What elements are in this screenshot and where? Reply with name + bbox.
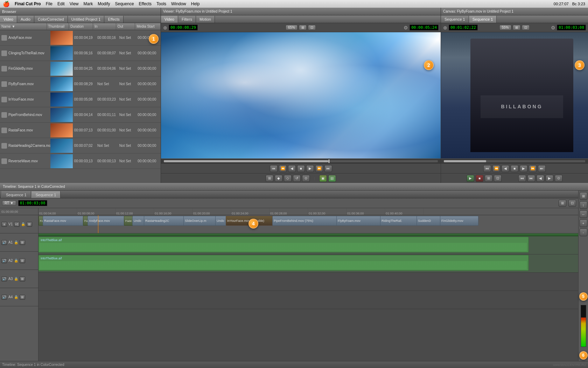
canvas-scrubber[interactable] — [441, 158, 588, 163]
btn-loop[interactable]: ↺ — [293, 175, 301, 182]
canvas-btn-edit[interactable]: ⊞ — [485, 175, 492, 182]
btn-step-fwd[interactable]: ⏩ — [315, 165, 323, 172]
track-a1-auto[interactable]: ⊞ — [20, 240, 25, 245]
canvas-btn-match[interactable]: ⊙ — [555, 175, 562, 182]
rt-button[interactable]: RT ▼ — [2, 200, 16, 206]
file-row[interactable]: InYourFace.mov 00:00:05;08 00:00:03;23 N… — [0, 92, 161, 107]
btn-play-rev[interactable]: ◀ — [288, 165, 296, 172]
timeline-tab-seq1b[interactable]: Sequence 1 — [31, 191, 61, 198]
canvas-settings-icon[interactable]: ⚙ — [551, 25, 555, 30]
canvas-btn-next-edit[interactable]: ⏭ — [527, 175, 535, 182]
canvas-tab-seq1[interactable]: Sequence 1 — [441, 16, 469, 23]
canvas-btn-step-back[interactable]: ⏪ — [492, 165, 500, 172]
track-vis-btn[interactable]: a — [1, 222, 7, 227]
btn-insert[interactable]: ▤ — [328, 175, 336, 182]
viewer-tab-video[interactable]: Video — [161, 16, 178, 23]
clip-rastaface[interactable]: RastaFace.mov — [43, 216, 84, 226]
clip-pipefrombehind[interactable]: PipeFromBehind.mov (75%) — [272, 216, 338, 226]
btn-stop[interactable]: ■ — [297, 165, 305, 172]
browser-tab-video[interactable]: Video — [0, 16, 17, 23]
timeline-timecode[interactable]: 01:00:03;08 — [18, 200, 47, 206]
file-row[interactable]: RastaFace.mov 00:00:07;13 00:00:01;00 No… — [0, 123, 161, 138]
clip-andyface[interactable]: AndyFace.mov — [88, 216, 125, 226]
track-a3-auto[interactable]: ⊞ — [20, 277, 25, 281]
btn-play[interactable]: ▶ — [306, 165, 314, 172]
track-a1-lock[interactable]: 🔒 — [14, 240, 18, 245]
browser-tab-project[interactable]: Untitled Project 1 — [68, 16, 105, 23]
canvas-btn-out[interactable]: ⊡ — [494, 175, 502, 182]
track-a2-speaker[interactable]: 🔊 — [1, 258, 7, 263]
tl-right-btn-3[interactable]: ↔ — [580, 210, 587, 218]
menu-modify[interactable]: Modify — [98, 1, 110, 6]
menu-help[interactable]: Help — [191, 1, 200, 6]
track-a3-lock[interactable]: 🔒 — [14, 277, 18, 281]
viewer-timecode-duration[interactable]: 00:00:05;24 — [410, 25, 439, 30]
browser-tab-colorcorrected[interactable]: ColorCorrected — [34, 16, 68, 23]
tl-right-btn-2[interactable]: ↕ — [580, 201, 587, 209]
tl-right-btn-1[interactable]: ⊞ — [580, 192, 587, 200]
btn-add-marker[interactable]: ◆ — [275, 175, 282, 182]
app-name[interactable]: Final Cut Pro — [15, 1, 41, 6]
viewer-fit-btn[interactable]: ⊞ — [299, 25, 307, 30]
file-row[interactable]: PipeFromBehind.mov 00:00:04;14 00:00:01;… — [0, 107, 161, 123]
audio-clip-a2[interactable]: IntoTheBlue.aif — [38, 255, 528, 271]
canvas-btn-play[interactable]: ▶ — [520, 165, 527, 172]
canvas-timecode-current[interactable]: 00:01:02;22 — [449, 25, 478, 30]
btn-step-back[interactable]: ⏪ — [279, 165, 287, 172]
canvas-timecode-duration[interactable]: 01:00:03;08 — [557, 25, 586, 30]
canvas-fit-btn[interactable]: ⊞ — [513, 25, 520, 30]
clip-flybyfoam[interactable]: FlyByFoam.mov — [336, 216, 382, 226]
tl-link-btn[interactable]: ⊡ — [568, 200, 576, 207]
browser-tab-audio[interactable]: Audio — [17, 16, 34, 23]
canvas-btn-play-rev[interactable]: ◀ — [502, 165, 509, 172]
track-a2-auto[interactable]: ⊞ — [20, 258, 25, 263]
col-out[interactable]: Out — [116, 23, 135, 30]
menu-mark[interactable]: Mark — [84, 1, 93, 6]
menu-edit[interactable]: Edit — [57, 1, 65, 6]
track-a2-lock[interactable]: 🔒 — [14, 258, 18, 263]
timeline-tab-seq1[interactable]: Sequence 1 — [1, 191, 31, 198]
canvas-btn-next-frame[interactable]: ▶ — [546, 175, 553, 182]
file-row[interactable]: FinGlideBy.mov 00:00:04;25 00:00:04;06 N… — [0, 61, 161, 76]
btn-overwrite[interactable]: ▣ — [319, 175, 327, 182]
clip-finglideby[interactable]: FinGlideBy.mov — [440, 216, 478, 226]
tl-right-btn-5[interactable]: - — [580, 229, 587, 236]
file-row[interactable]: ReverseWave.mov 00:00:03;13 00:00:00;13 … — [0, 154, 161, 169]
canvas-btn-red[interactable]: ■ — [476, 175, 483, 182]
track-a4-speaker[interactable]: 🔊 — [1, 295, 7, 300]
file-row[interactable]: FlyByFoam.mov 00:00:08;29 Not Set Not Se… — [0, 76, 161, 92]
track-a4-auto[interactable]: ⊞ — [20, 295, 25, 300]
menu-sequence[interactable]: Sequence — [115, 1, 134, 6]
btn-jog[interactable]: ⊙ — [302, 175, 310, 182]
viewer-zoom-btn[interactable]: 65% — [286, 25, 298, 30]
btn-match-frame[interactable]: ⊞ — [266, 175, 273, 182]
track-a3-speaker[interactable]: 🔊 — [1, 277, 7, 281]
viewer-fullscreen-btn[interactable]: ⊡ — [308, 25, 316, 30]
menu-view[interactable]: View — [70, 1, 79, 6]
btn-add-keyframe[interactable]: ◇ — [284, 175, 292, 182]
track-v1-lock[interactable]: 🔒 — [21, 222, 25, 227]
menu-file[interactable]: File — [46, 1, 52, 6]
canvas-btn-prev-frame[interactable]: ◀ — [537, 175, 544, 182]
col-name[interactable]: Name ▼ — [0, 23, 47, 30]
viewer-scrubber[interactable] — [161, 158, 441, 163]
track-a1-speaker[interactable]: 🔊 — [1, 240, 7, 245]
menu-tools[interactable]: Tools — [156, 1, 166, 6]
viewer-tab-motion[interactable]: Motion — [196, 16, 215, 23]
viewer-settings-icon[interactable]: ⚙ — [404, 25, 408, 30]
file-row[interactable]: ClingingToTheRail.mov 00:00:06;16 00:00:… — [0, 46, 161, 61]
btn-go-end[interactable]: ⏭ — [324, 165, 332, 172]
canvas-fullscreen-btn[interactable]: ⊡ — [522, 25, 530, 30]
canvas-tab-seq1b[interactable]: Sequence 1 — [469, 16, 497, 23]
clip-suddend[interactable]: SuddenD — [416, 216, 442, 226]
file-row[interactable]: AndyFace.mov 00:00:04;19 00:00:00;16 Not… — [0, 30, 161, 46]
browser-tab-effects[interactable]: Effects — [104, 16, 123, 23]
canvas-zoom-btn[interactable]: 55% — [499, 25, 511, 30]
tl-right-btn-4[interactable]: + — [580, 219, 587, 227]
btn-go-start[interactable]: ⏮ — [270, 165, 278, 172]
canvas-btn-go-start[interactable]: ⏮ — [483, 165, 491, 172]
canvas-btn-go-end[interactable]: ⏭ — [538, 165, 546, 172]
track-a4-lock[interactable]: 🔒 — [14, 295, 18, 300]
col-duration[interactable]: Duration — [69, 23, 93, 30]
audio-clip-a1[interactable]: IntoTheBlue.aif — [38, 237, 528, 252]
